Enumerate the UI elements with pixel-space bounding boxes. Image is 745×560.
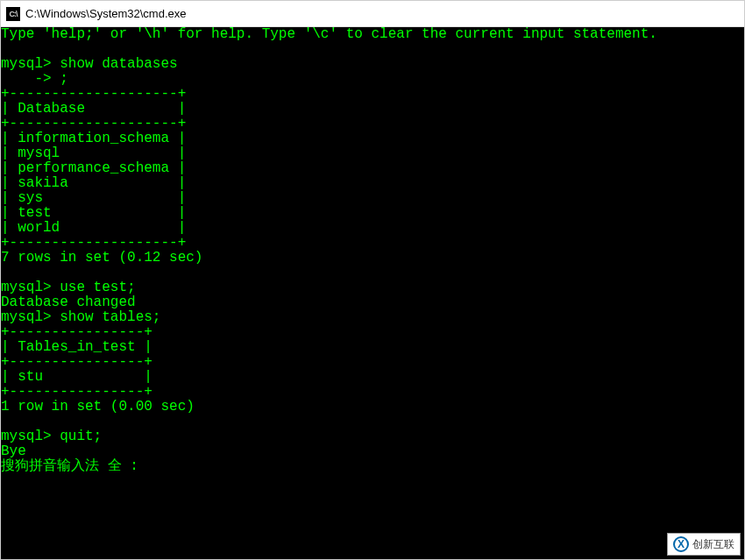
window-title: C:\Windows\System32\cmd.exe	[25, 7, 187, 20]
continuation-line: -> ;	[1, 71, 68, 87]
table-row: | mysql |	[1, 145, 186, 161]
watermark-icon: X	[673, 536, 689, 552]
table-divider: +----------------+	[1, 324, 153, 340]
table-row: | sakila |	[1, 175, 186, 191]
table-row: | world |	[1, 220, 186, 236]
table-divider: +--------------------+	[1, 86, 186, 102]
ime-status: 搜狗拼音输入法 全 :	[1, 458, 138, 474]
mysql-prompt: mysql> show databases	[1, 56, 178, 72]
table-row: | stu |	[1, 369, 153, 385]
table-divider: +--------------------+	[1, 116, 186, 131]
table-row: | sys |	[1, 190, 186, 206]
status-line: Database changed	[1, 294, 136, 310]
table-header: | Tables_in_test |	[1, 339, 153, 355]
mysql-prompt: mysql> quit;	[1, 429, 102, 444]
table-divider: +----------------+	[1, 354, 153, 370]
table-divider: +----------------+	[1, 384, 153, 400]
table-header: | Database |	[1, 101, 186, 117]
watermark-badge: X 创新互联	[667, 533, 741, 556]
watermark-text: 创新互联	[692, 537, 734, 552]
table-row: | test |	[1, 205, 186, 221]
result-summary: 7 rows in set (0.12 sec)	[1, 250, 202, 266]
table-row: | information_schema |	[1, 131, 186, 146]
result-summary: 1 row in set (0.00 sec)	[1, 399, 195, 415]
terminal-output[interactable]: Type 'help;' or '\h' for help. Type '\c'…	[1, 27, 744, 559]
mysql-prompt: mysql> use test;	[1, 280, 136, 295]
help-text: Type 'help;' or '\h' for help. Type '\c'…	[1, 27, 657, 42]
table-row: | performance_schema |	[1, 160, 186, 176]
cmd-icon: C:\	[6, 7, 20, 21]
window-titlebar[interactable]: C:\ C:\Windows\System32\cmd.exe	[1, 1, 744, 27]
bye-line: Bye	[1, 443, 26, 459]
table-divider: +--------------------+	[1, 235, 186, 251]
mysql-prompt: mysql> show tables;	[1, 309, 160, 325]
